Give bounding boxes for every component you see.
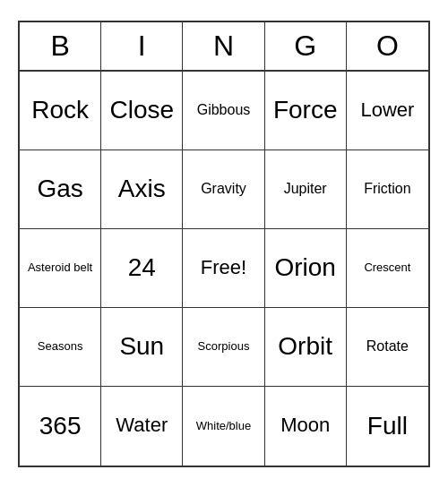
cell-text: Water [116,414,168,437]
cell-text: Free! [201,256,246,279]
cell-text: Moon [280,414,330,437]
bingo-cell[interactable]: Jupiter [265,150,347,229]
bingo-cell[interactable]: Water [101,387,183,466]
bingo-cell[interactable]: Gas [20,150,101,229]
bingo-cell[interactable]: Sun [101,308,183,387]
bingo-cell[interactable]: Gravity [183,150,264,229]
cell-text: 365 [39,411,82,441]
bingo-cell[interactable]: Moon [265,387,347,466]
cell-text: Crescent [364,261,410,275]
header-letter: O [347,22,428,70]
bingo-grid: RockCloseGibbousForceLowerGasAxisGravity… [20,72,428,466]
bingo-cell[interactable]: Orion [265,229,347,308]
bingo-cell[interactable]: Asteroid belt [20,229,101,308]
header-letter: N [183,22,264,70]
cell-text: Jupiter [284,180,327,197]
bingo-cell[interactable]: Rotate [347,308,428,387]
cell-text: Gibbous [197,101,251,118]
cell-text: Axis [118,174,166,204]
bingo-cell[interactable]: Orbit [265,308,347,387]
cell-text: Asteroid belt [28,261,92,275]
bingo-cell[interactable]: Axis [101,150,183,229]
bingo-cell[interactable]: Force [265,72,347,150]
cell-text: Rotate [366,337,409,355]
bingo-cell[interactable]: Rock [20,72,101,150]
bingo-cell[interactable]: Seasons [20,308,101,387]
bingo-card: BINGO RockCloseGibbousForceLowerGasAxisG… [18,21,430,467]
cell-text: Orbit [278,331,332,362]
bingo-cell[interactable]: 24 [101,229,183,308]
bingo-cell[interactable]: Full [347,387,428,466]
cell-text: Gas [37,174,82,204]
bingo-header: BINGO [20,22,428,72]
bingo-cell[interactable]: Crescent [347,229,428,308]
cell-text: 24 [128,252,156,283]
cell-text: Friction [364,180,410,197]
header-letter: I [101,22,183,70]
bingo-cell[interactable]: 365 [20,387,101,466]
cell-text: Gravity [201,180,246,197]
cell-text: Lower [360,98,414,122]
cell-text: Rock [31,95,89,125]
bingo-cell[interactable]: White/blue [183,387,264,466]
bingo-cell[interactable]: Lower [347,72,428,150]
cell-text: Seasons [38,339,83,354]
bingo-cell[interactable]: Close [101,72,183,150]
bingo-cell[interactable]: Gibbous [183,72,264,150]
bingo-cell[interactable]: Friction [347,150,428,229]
cell-text: Force [273,95,338,125]
cell-text: Sun [119,331,164,362]
cell-text: Orion [274,252,335,283]
cell-text: White/blue [196,419,251,433]
cell-text: Scorpious [198,339,250,354]
header-letter: G [265,22,347,70]
bingo-cell[interactable]: Scorpious [183,308,264,387]
cell-text: Full [367,411,408,441]
header-letter: B [20,22,101,70]
bingo-cell[interactable]: Free! [183,229,264,308]
cell-text: Close [109,95,174,125]
